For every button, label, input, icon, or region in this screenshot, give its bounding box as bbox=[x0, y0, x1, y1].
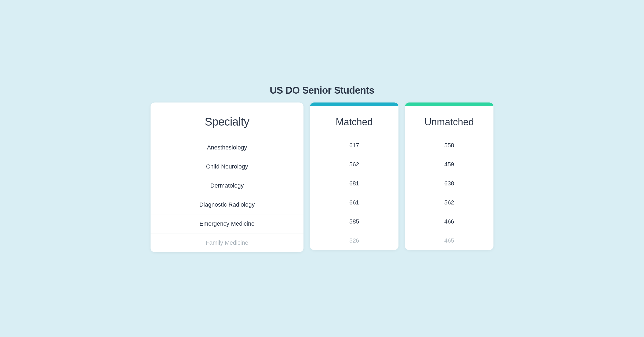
matched-row-0: 617 bbox=[310, 136, 398, 155]
specialty-row-child-neurology: Child Neurology bbox=[151, 157, 303, 176]
unmatched-bar bbox=[405, 102, 493, 106]
specialty-row-diagnostic-radiology: Diagnostic Radiology bbox=[151, 195, 303, 214]
chart-title: US DO Senior Students bbox=[270, 85, 374, 96]
specialty-column-header: Specialty bbox=[205, 115, 249, 128]
data-table: Specialty Anesthesiology Child Neurology… bbox=[151, 102, 493, 252]
matched-row-5: 526 bbox=[310, 231, 398, 250]
unmatched-row-4: 466 bbox=[405, 212, 493, 231]
matched-header: Matched bbox=[310, 106, 398, 136]
specialty-card: Specialty Anesthesiology Child Neurology… bbox=[151, 102, 303, 252]
specialty-row-family-medicine: Family Medicine bbox=[151, 233, 303, 252]
unmatched-row-0: 558 bbox=[405, 136, 493, 155]
matched-row-3: 661 bbox=[310, 193, 398, 212]
matched-bar bbox=[310, 102, 398, 106]
unmatched-row-2: 638 bbox=[405, 174, 493, 193]
specialty-row-anesthesiology: Anesthesiology bbox=[151, 138, 303, 157]
matched-row-1: 562 bbox=[310, 155, 398, 174]
specialty-header: Specialty bbox=[151, 102, 303, 138]
matched-column-header: Matched bbox=[336, 116, 373, 127]
unmatched-row-5: 465 bbox=[405, 231, 493, 250]
unmatched-header: Unmatched bbox=[405, 106, 493, 136]
unmatched-row-1: 459 bbox=[405, 155, 493, 174]
unmatched-column-header: Unmatched bbox=[425, 116, 474, 127]
specialty-row-dermatology: Dermatology bbox=[151, 176, 303, 195]
matched-row-2: 681 bbox=[310, 174, 398, 193]
specialty-row-emergency-medicine: Emergency Medicine bbox=[151, 214, 303, 233]
matched-card: Matched 617 562 681 661 585 526 bbox=[310, 102, 398, 250]
unmatched-card: Unmatched 558 459 638 562 466 465 bbox=[405, 102, 493, 250]
unmatched-row-3: 562 bbox=[405, 193, 493, 212]
matched-row-4: 585 bbox=[310, 212, 398, 231]
